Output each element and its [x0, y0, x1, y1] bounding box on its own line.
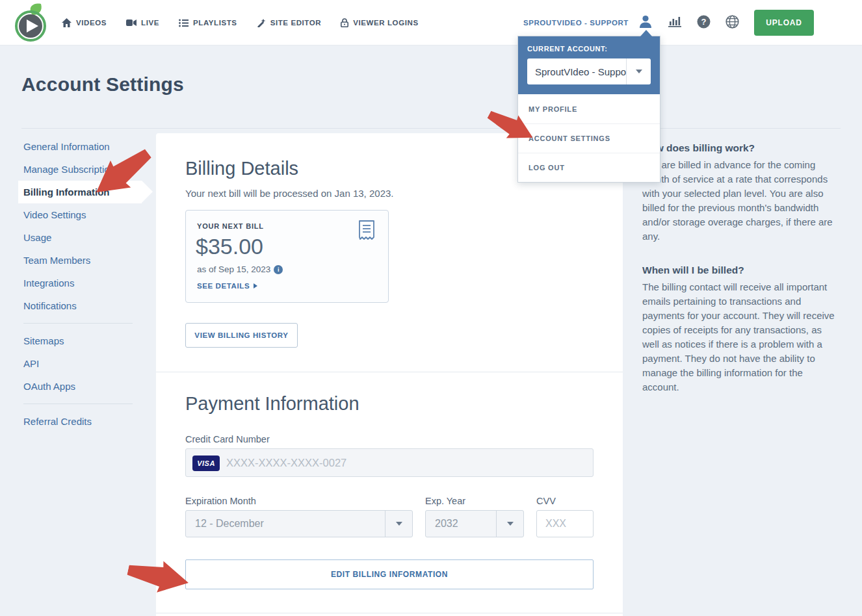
- billing-details-heading: Billing Details: [185, 158, 298, 179]
- credit-card-number-field[interactable]: VISA: [185, 448, 594, 477]
- main-nav: VIDEOS LIVE PLAYLISTS SITE EDITOR VIEWER…: [62, 0, 419, 45]
- sidebar-item-oauth-apps[interactable]: OAuth Apps: [18, 375, 142, 398]
- nav-label: LIVE: [141, 19, 159, 27]
- current-account-label: CURRENT ACCOUNT:: [527, 45, 651, 53]
- video-camera-icon: [126, 19, 137, 27]
- globe-icon[interactable]: [725, 15, 739, 31]
- svg-text:?: ?: [701, 17, 707, 27]
- help-body-when-billed: The billing contact will receive all imp…: [642, 280, 841, 394]
- exp-year-select[interactable]: 2032: [425, 510, 524, 537]
- upload-button[interactable]: UPLOAD: [754, 10, 814, 36]
- sidebar-item-video-settings[interactable]: Video Settings: [18, 203, 142, 226]
- chevron-down-icon: [636, 70, 642, 73]
- cvv-label: CVV: [536, 496, 556, 506]
- next-bill-amount: $35.00: [196, 234, 263, 259]
- expiration-month-label: Expiration Month: [185, 496, 256, 506]
- account-select[interactable]: SproutVIdeo - Support: [527, 58, 651, 84]
- menu-item-account-settings[interactable]: ACCOUNT SETTINGS: [518, 123, 660, 153]
- sidebar-divider: [23, 323, 133, 324]
- home-icon: [62, 18, 72, 27]
- exp-year-value: 2032: [426, 511, 496, 537]
- playlist-icon: [179, 19, 189, 27]
- info-icon[interactable]: i: [274, 265, 283, 274]
- receipt-icon: [358, 220, 375, 244]
- person-icon[interactable]: [638, 14, 653, 31]
- top-navigation-bar: VIDEOS LIVE PLAYLISTS SITE EDITOR VIEWER…: [0, 0, 862, 45]
- sidebar-item-manage-subscription[interactable]: Manage Subscription: [18, 158, 142, 181]
- account-menu-trigger[interactable]: SPROUTVIDEO - SUPPORT: [523, 19, 629, 27]
- chevron-down-icon: [396, 522, 402, 526]
- sidebar-divider: [23, 404, 133, 404]
- as-of-text: as of Sep 15, 2023: [197, 264, 270, 274]
- nav-label: VIEWER LOGINS: [353, 19, 418, 27]
- nav-item-videos[interactable]: VIDEOS: [62, 18, 107, 27]
- payment-information-heading: Payment Information: [185, 393, 359, 415]
- title-divider: [21, 128, 841, 129]
- current-account-section: CURRENT ACCOUNT: SproutVIdeo - Support: [518, 36, 660, 94]
- view-billing-history-button[interactable]: VIEW BILLING HISTORY: [185, 323, 298, 348]
- menu-item-log-out[interactable]: LOG OUT: [518, 153, 660, 182]
- nav-item-playlists[interactable]: PLAYLISTS: [179, 19, 237, 27]
- sidebar-item-team-members[interactable]: Team Members: [18, 249, 142, 272]
- nav-item-live[interactable]: LIVE: [126, 19, 159, 27]
- sidebar-item-usage[interactable]: Usage: [18, 226, 142, 249]
- sidebar-item-general-information[interactable]: General Information: [18, 135, 142, 158]
- exp-year-label: Exp. Year: [425, 496, 465, 506]
- sidebar-item-integrations[interactable]: Integrations: [18, 272, 142, 294]
- sidebar-item-billing-information[interactable]: Billing Information: [18, 181, 142, 203]
- wand-icon: [257, 18, 266, 27]
- section-divider: [156, 372, 623, 372]
- visa-badge: VISA: [192, 456, 220, 471]
- help-title-when-billed: When will I be billed?: [642, 264, 841, 276]
- lock-icon: [341, 18, 348, 27]
- next-bill-subheading: Your next bill will be processed on Jan …: [185, 188, 394, 199]
- account-dropdown-menu: CURRENT ACCOUNT: SproutVIdeo - Support M…: [517, 36, 660, 183]
- sproutvideo-logo[interactable]: [14, 3, 49, 43]
- next-bill-label: YOUR NEXT BILL: [197, 222, 264, 230]
- next-bill-card: YOUR NEXT BILL $35.00 as of Sep 15, 2023…: [185, 210, 389, 303]
- help-icon[interactable]: ?: [697, 15, 711, 31]
- nav-label: VIDEOS: [76, 19, 107, 27]
- expiration-month-caret: [385, 511, 412, 537]
- edit-billing-information-button[interactable]: EDIT BILLING INFORMATION: [185, 559, 594, 589]
- caret-right-icon: [254, 283, 257, 289]
- settings-sidebar: General Information Manage Subscription …: [18, 135, 142, 433]
- see-details-link[interactable]: SEE DETAILS: [197, 282, 257, 290]
- expiration-month-select[interactable]: 12 - December: [185, 510, 413, 537]
- account-select-value: SproutVIdeo - Support: [527, 58, 626, 84]
- chevron-down-icon: [507, 522, 514, 526]
- analytics-icon[interactable]: [668, 15, 682, 31]
- nav-label: SITE EDITOR: [270, 19, 322, 27]
- credit-card-number-label: Credit Card Number: [185, 434, 270, 444]
- nav-item-site-editor[interactable]: SITE EDITOR: [257, 18, 322, 27]
- see-details-label: SEE DETAILS: [197, 282, 250, 290]
- sidebar-item-api[interactable]: API: [18, 352, 142, 375]
- page-title: Account Settings: [21, 73, 184, 96]
- credit-card-number-input[interactable]: [226, 449, 587, 476]
- sidebar-item-sitemaps[interactable]: Sitemaps: [18, 329, 142, 352]
- account-select-caret: [626, 58, 651, 84]
- sidebar-item-notifications[interactable]: Notifications: [18, 294, 142, 317]
- cvv-input[interactable]: [536, 510, 594, 537]
- sidebar-item-referral-credits[interactable]: Referral Credits: [18, 410, 142, 433]
- billing-panel: Billing Details Your next bill will be p…: [156, 133, 623, 616]
- next-bill-as-of: as of Sep 15, 2023 i: [197, 264, 283, 274]
- billing-help-column: How does billing work? You are billed in…: [642, 142, 841, 415]
- dropdown-caret: [640, 30, 652, 36]
- nav-label: PLAYLISTS: [193, 19, 237, 27]
- expiration-month-value: 12 - December: [186, 511, 385, 537]
- bottom-divider: [156, 613, 623, 613]
- help-title-how-billing-works: How does billing work?: [642, 142, 841, 154]
- help-body-how-billing-works: You are billed in advance for the coming…: [642, 158, 841, 244]
- menu-item-my-profile[interactable]: MY PROFILE: [518, 94, 660, 123]
- exp-year-caret: [496, 511, 523, 537]
- nav-item-viewer-logins[interactable]: VIEWER LOGINS: [341, 18, 418, 27]
